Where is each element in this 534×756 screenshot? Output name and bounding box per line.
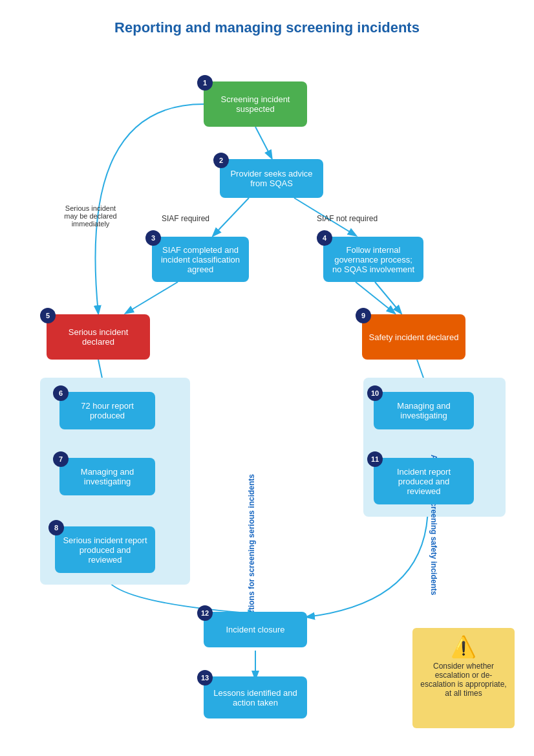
badge-6: 6 [53, 385, 69, 401]
node-8-serious-report: 8 Serious incident report produced and r… [55, 526, 155, 573]
node-12-incident-closure: 12 Incident closure [204, 612, 307, 647]
svg-line-3 [126, 282, 178, 313]
badge-13: 13 [197, 670, 213, 686]
label-siaf-not-required: SIAF not required [317, 214, 378, 223]
badge-9: 9 [356, 308, 371, 323]
svg-line-0 [255, 127, 272, 158]
svg-line-1 [213, 198, 249, 235]
warning-icon: ⚠️ [419, 634, 508, 659]
label-actions-serious: Actions for screening serious incidents [247, 474, 256, 620]
node-7-managing-investigating-serious: 7 Managing and investigating [59, 458, 155, 495]
badge-10: 10 [367, 385, 383, 401]
page-title: Reporting and managing screening inciden… [13, 13, 521, 36]
label-serious-immediately: Serious incidentmay be declaredimmediate… [52, 204, 129, 228]
badge-1: 1 [197, 75, 213, 91]
node-6-72hour-report: 6 72 hour report produced [59, 392, 155, 429]
node-2-provider-seeks-advice: 2 Provider seeks advice from SQAS [220, 159, 323, 198]
svg-line-11 [375, 282, 401, 313]
node-4-follow-internal: 4 Follow internal governance process; no… [323, 237, 423, 282]
warning-box: ⚠️ Consider whether escalation or de-esc… [412, 628, 515, 728]
node-9-safety-declared: 9 Safety incident declared [362, 314, 465, 360]
warning-text: Consider whether escalation or de-escala… [420, 662, 506, 698]
node-11-incident-report: 11 Incident report produced and reviewed [374, 458, 474, 504]
badge-2: 2 [213, 153, 229, 168]
badge-12: 12 [197, 605, 213, 621]
badge-4: 4 [317, 230, 332, 246]
badge-7: 7 [53, 451, 69, 467]
node-5-serious-declared: 5 Serious incident declared [47, 314, 150, 360]
badge-8: 8 [48, 520, 64, 535]
badge-3: 3 [145, 230, 161, 246]
label-siaf-required: SIAF required [162, 214, 209, 223]
node-13-lessons-identified: 13 Lessons identified and action taken [204, 676, 307, 718]
node-1-screening-incident: 1 Screening incident suspected [204, 81, 307, 127]
node-3-siaf-completed: 3 SIAF completed and incident classifica… [152, 237, 249, 282]
badge-11: 11 [367, 451, 383, 467]
badge-5: 5 [40, 308, 56, 323]
node-10-managing-investigating-safety: 10 Managing and investigating [374, 392, 474, 429]
